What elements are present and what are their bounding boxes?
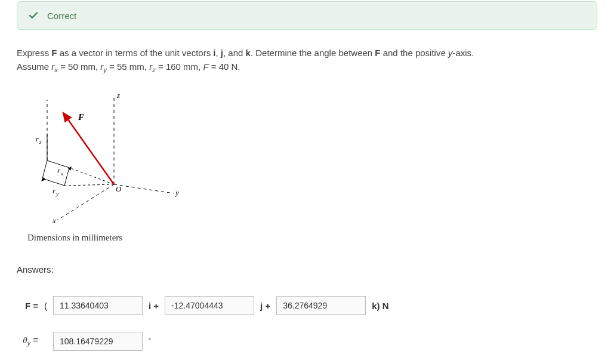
input-F-k[interactable] [276, 296, 366, 315]
status-correct-box: Correct [17, 1, 597, 30]
svg-text:x: x [60, 171, 63, 177]
degree-symbol: ° [149, 337, 151, 344]
answers-heading: Answers: [17, 264, 597, 274]
F-label: F = [17, 301, 38, 311]
svg-text:z: z [39, 139, 42, 145]
answer-row-F: F = ( i + j + k) N [17, 296, 597, 315]
svg-line-2 [114, 184, 174, 193]
svg-line-14 [64, 168, 69, 186]
svg-line-12 [42, 161, 47, 178]
svg-line-4 [57, 184, 114, 220]
svg-text:F: F [78, 112, 84, 122]
svg-marker-24 [41, 177, 46, 181]
svg-text:z: z [116, 91, 120, 100]
question-text: Express F as a vector in terms of the un… [17, 47, 597, 75]
i-plus: i + [149, 301, 159, 311]
input-F-i[interactable] [53, 296, 143, 315]
diagram-caption: Dimensions in millimeters [27, 233, 597, 243]
input-F-j[interactable] [165, 296, 254, 315]
k-unit: k) N [372, 301, 388, 311]
svg-text:y: y [55, 191, 58, 197]
svg-text:O: O [116, 184, 122, 193]
check-icon [28, 10, 39, 21]
theta-label: θy = [17, 335, 38, 348]
svg-text:x: x [52, 216, 56, 225]
vector-diagram: z y x O r z [27, 89, 597, 228]
svg-text:y: y [174, 188, 179, 197]
svg-line-15 [64, 184, 114, 186]
answer-row-theta: θy = ( ° [17, 332, 597, 351]
input-theta[interactable] [53, 332, 143, 351]
paren-open: ( [44, 301, 47, 311]
j-plus: j + [260, 301, 270, 311]
svg-line-21 [63, 113, 114, 184]
status-text: Correct [47, 11, 76, 21]
